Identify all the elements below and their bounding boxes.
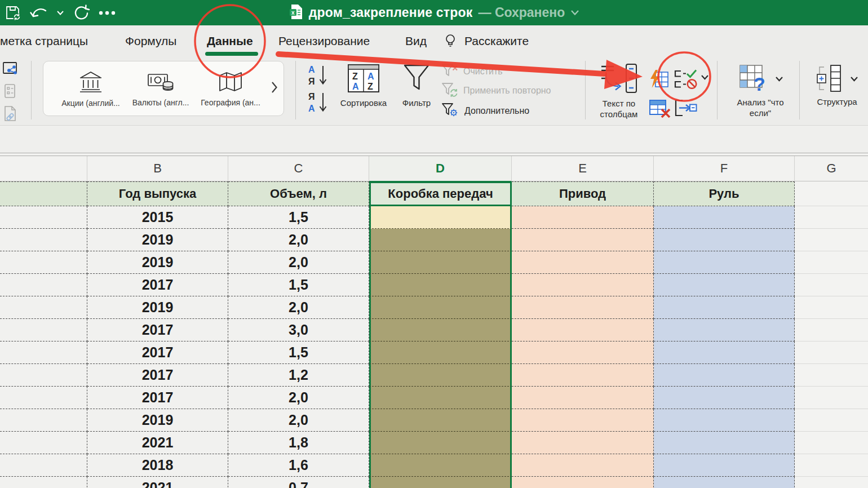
header-cell-6[interactable]: [795, 181, 868, 206]
cell-r8-c0[interactable]: [0, 341, 87, 364]
cell-r4-c6[interactable]: [795, 251, 868, 274]
filter-button[interactable]: Фильтр: [395, 62, 439, 108]
cell-r5-c6[interactable]: [795, 274, 868, 296]
header-cell-4[interactable]: Привод: [512, 181, 654, 206]
cell-r4-c0[interactable]: [0, 251, 87, 274]
cell-r10-c4[interactable]: [512, 387, 654, 409]
cell-r13-c5[interactable]: [654, 454, 795, 477]
cell-r12-c3[interactable]: [369, 432, 512, 454]
cell-r6-c6[interactable]: [795, 296, 868, 319]
cell-r8-c2[interactable]: 1,5: [228, 341, 369, 364]
cell-r3-c0[interactable]: [0, 229, 87, 251]
cell-r11-c6[interactable]: [795, 409, 868, 432]
cell-r13-c0[interactable]: [0, 454, 87, 477]
currencies-button[interactable]: Валюты (англ...: [126, 70, 196, 107]
cell-r10-c5[interactable]: [654, 387, 795, 409]
header-cell-5[interactable]: Руль: [654, 181, 795, 206]
cell-r7-c3[interactable]: [369, 319, 512, 341]
cell-r9-c2[interactable]: 1,2: [228, 364, 369, 387]
cell-r2-c0[interactable]: [0, 206, 87, 229]
cell-r10-c3[interactable]: [369, 387, 512, 409]
cell-r11-c1[interactable]: 2019: [87, 409, 228, 432]
cell-r7-c0[interactable]: [0, 319, 87, 341]
cell-r7-c6[interactable]: [795, 319, 868, 341]
tab-tell-me[interactable]: Расскажите: [464, 25, 529, 56]
cell-r6-c1[interactable]: 2019: [87, 296, 228, 319]
cell-r12-c5[interactable]: [654, 432, 795, 454]
cell-r12-c4[interactable]: [512, 432, 654, 454]
column-header-D[interactable]: D: [369, 156, 512, 183]
sort-ascending-button[interactable]: А Я: [306, 63, 329, 89]
cell-r3-c5[interactable]: [654, 229, 795, 251]
cell-r14-c4[interactable]: [512, 477, 654, 488]
cell-r6-c5[interactable]: [654, 296, 795, 319]
what-if-analysis-button[interactable]: ? Анализ "что если": [725, 63, 796, 118]
cell-r12-c1[interactable]: 2021: [87, 432, 228, 454]
cell-r10-c6[interactable]: [795, 387, 868, 409]
cell-r7-c1[interactable]: 2017: [87, 319, 228, 341]
cell-r13-c2[interactable]: 1,6: [228, 454, 369, 477]
cell-r5-c2[interactable]: 1,5: [228, 274, 369, 296]
cell-r10-c2[interactable]: 2,0: [228, 387, 369, 409]
cell-r11-c2[interactable]: 2,0: [228, 409, 369, 432]
data-validation-chevron-icon[interactable]: [701, 74, 709, 81]
cell-r5-c3[interactable]: [369, 274, 512, 296]
column-header-E[interactable]: E: [512, 156, 654, 183]
structure-button[interactable]: Структура: [806, 63, 868, 107]
cell-r4-c2[interactable]: 2,0: [228, 251, 369, 274]
column-header-G[interactable]: G: [795, 156, 868, 183]
cell-r11-c4[interactable]: [512, 409, 654, 432]
cell-r3-c4[interactable]: [512, 229, 654, 251]
sort-button[interactable]: Z A A Z Сортировка: [334, 62, 393, 108]
clear-filter-button[interactable]: Очистить: [441, 63, 503, 80]
cell-r7-c4[interactable]: [512, 319, 654, 341]
cell-r13-c6[interactable]: [795, 454, 868, 477]
cell-r12-c2[interactable]: 1,8: [228, 432, 369, 454]
cell-r9-c5[interactable]: [654, 364, 795, 387]
cell-r9-c4[interactable]: [512, 364, 654, 387]
cell-r2-c1[interactable]: 2015: [87, 206, 228, 229]
cell-r14-c6[interactable]: [795, 477, 868, 488]
cell-r10-c1[interactable]: 2017: [87, 387, 228, 409]
cell-r8-c1[interactable]: 2017: [87, 341, 228, 364]
sort-descending-button[interactable]: Я А: [306, 90, 329, 116]
consolidate-button[interactable]: [674, 98, 697, 118]
remove-duplicates-button[interactable]: [648, 98, 672, 119]
cell-r14-c1[interactable]: 2021: [87, 477, 228, 488]
cell-r6-c0[interactable]: [0, 296, 87, 319]
tab-page-layout[interactable]: метка страницы: [0, 25, 88, 56]
cell-r14-c5[interactable]: [654, 477, 795, 488]
cell-r8-c5[interactable]: [654, 341, 795, 364]
cell-r8-c4[interactable]: [512, 341, 654, 364]
cell-r8-c6[interactable]: [795, 341, 868, 364]
cell-r9-c6[interactable]: [795, 364, 868, 387]
cell-r5-c4[interactable]: [512, 274, 654, 296]
cell-r2-c5[interactable]: [654, 206, 795, 229]
cell-r4-c4[interactable]: [512, 251, 654, 274]
text-to-columns-button[interactable]: Текст по столбцам: [591, 62, 647, 119]
cell-r2-c6[interactable]: [795, 206, 868, 229]
cell-r2-c3[interactable]: [369, 206, 512, 229]
cell-r3-c2[interactable]: 2,0: [228, 229, 369, 251]
cell-r5-c1[interactable]: 2017: [87, 274, 228, 296]
data-validation-button[interactable]: [672, 69, 698, 89]
column-header-F[interactable]: F: [654, 156, 795, 183]
cell-r9-c3[interactable]: [369, 364, 512, 387]
geography-button[interactable]: География (ан...: [196, 70, 265, 107]
external-data-icon[interactable]: [2, 60, 20, 80]
save-status[interactable]: — Сохранено: [479, 5, 565, 20]
cell-r11-c3[interactable]: [369, 409, 512, 432]
tab-review[interactable]: Рецензирование: [278, 25, 370, 56]
reapply-filter-button[interactable]: Применить повторно: [441, 82, 551, 99]
cell-r4-c5[interactable]: [654, 251, 795, 274]
column-header-A[interactable]: [0, 156, 87, 183]
cell-r13-c4[interactable]: [512, 454, 654, 477]
cell-r5-c0[interactable]: [0, 274, 87, 296]
cell-r14-c0[interactable]: [0, 477, 87, 488]
cell-r3-c6[interactable]: [795, 229, 868, 251]
header-cell-2[interactable]: Объем, л: [228, 181, 369, 206]
cell-r6-c2[interactable]: 2,0: [228, 296, 369, 319]
cell-r6-c3[interactable]: [369, 296, 512, 319]
flash-fill-button[interactable]: [648, 69, 670, 90]
chevron-right-icon[interactable]: [271, 81, 278, 96]
